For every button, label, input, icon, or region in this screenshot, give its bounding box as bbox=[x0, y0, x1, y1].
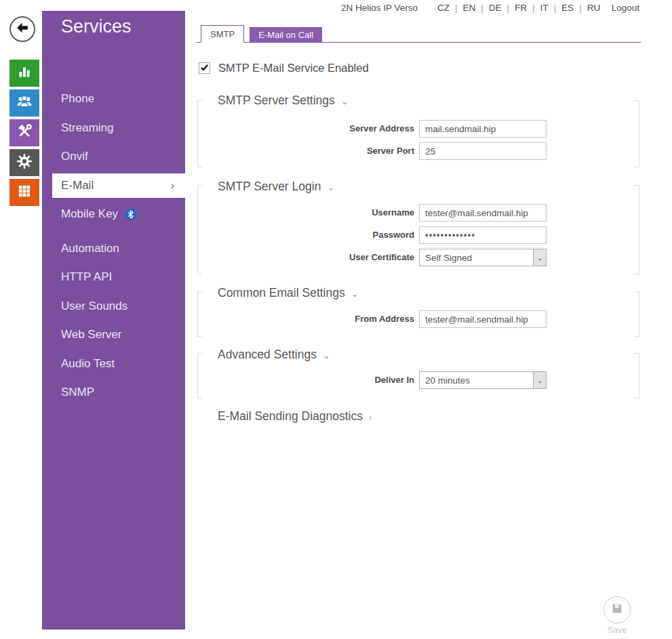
tools-icon bbox=[16, 123, 33, 143]
sidebar-item-label: Audio Test bbox=[61, 357, 115, 371]
user-certificate-label: User Certificate bbox=[197, 249, 419, 266]
sidebar-item-label: Streaming bbox=[61, 121, 113, 135]
tab-smtp[interactable]: SMTP bbox=[201, 25, 244, 43]
floppy-disk-icon bbox=[611, 602, 623, 617]
language-link-fr[interactable]: FR bbox=[515, 3, 527, 13]
password-input[interactable] bbox=[419, 226, 547, 244]
sidebar-item-http-api[interactable]: HTTP API bbox=[42, 263, 185, 292]
save-button-label: Save bbox=[601, 625, 633, 635]
section-title[interactable]: SMTP Server Settings⌄ bbox=[218, 92, 349, 110]
save-button[interactable]: Save bbox=[601, 596, 633, 635]
deliver-in-select[interactable]: 20 minutes ⌄ bbox=[419, 371, 547, 389]
section-title-text: E-Mail Sending Diagnostics bbox=[218, 409, 363, 423]
sidebar-item-label: Mobile Key bbox=[61, 207, 118, 221]
server-address-input[interactable] bbox=[419, 120, 547, 138]
username-input[interactable] bbox=[419, 204, 547, 222]
username-label: Username bbox=[197, 204, 419, 222]
chevron-right-icon: › bbox=[171, 180, 174, 192]
smtp-enabled-label: SMTP E-Mail Service Enabled bbox=[218, 62, 369, 75]
from-address-input[interactable] bbox=[419, 310, 547, 328]
bar-chart-icon bbox=[16, 64, 33, 83]
language-link-de[interactable]: DE bbox=[489, 3, 502, 13]
language-link-ru[interactable]: RU bbox=[587, 3, 601, 13]
field-row: Password bbox=[197, 226, 641, 244]
language-switcher: CZ| EN| DE| FR| IT| ES| RU bbox=[437, 3, 600, 13]
language-link-cz[interactable]: CZ bbox=[437, 3, 450, 13]
sidebar-item-label: Onvif bbox=[61, 150, 88, 163]
section-advanced-settings: Advanced Settings⌄ Deliver In 20 minutes… bbox=[197, 346, 641, 394]
smtp-enable-row: SMTP E-Mail Service Enabled bbox=[199, 62, 369, 75]
section-title[interactable]: E-Mail Sending Diagnostics› bbox=[218, 408, 372, 426]
field-row: Server Port bbox=[197, 142, 641, 160]
sidebar-item-mobile-key[interactable]: Mobile Key bbox=[42, 200, 185, 229]
services-menu: Phone Streaming Onvif E-Mail › Mobile Ke… bbox=[42, 85, 185, 407]
section-icon-rail bbox=[9, 60, 39, 206]
sidebar-item-user-sounds[interactable]: User Sounds bbox=[42, 292, 185, 321]
sidebar-item-label: E-Mail bbox=[61, 179, 94, 192]
chevron-down-icon: ⌄ bbox=[323, 350, 330, 360]
sidebar-item-label: Phone bbox=[61, 92, 94, 106]
sidebar-item-label: HTTP API bbox=[61, 270, 112, 284]
logout-link[interactable]: Logout bbox=[612, 3, 639, 13]
section-email-sending-diagnostics: E-Mail Sending Diagnostics› bbox=[197, 408, 372, 426]
sidebar-item-label: Web Server bbox=[61, 328, 121, 342]
smtp-enabled-checkbox[interactable] bbox=[199, 62, 210, 74]
services-section-button[interactable] bbox=[9, 149, 39, 176]
chevron-down-icon: ⌄ bbox=[341, 96, 349, 106]
back-button[interactable] bbox=[9, 16, 35, 42]
field-row: Username bbox=[197, 204, 641, 222]
gear-icon bbox=[16, 152, 33, 173]
dropdown-arrow-icon: ⌄ bbox=[533, 249, 546, 266]
tab-email-on-call[interactable]: E-Mail on Call bbox=[250, 27, 322, 42]
section-title-text: Advanced Settings bbox=[218, 348, 317, 361]
server-address-label: Server Address bbox=[197, 120, 419, 138]
language-separator: | bbox=[481, 3, 483, 13]
sidebar-item-web-server[interactable]: Web Server bbox=[42, 321, 185, 350]
sidebar-item-email[interactable]: E-Mail › bbox=[52, 173, 185, 198]
hardware-section-button[interactable] bbox=[9, 119, 39, 146]
sidebar-item-phone[interactable]: Phone bbox=[42, 85, 185, 114]
system-section-button[interactable] bbox=[9, 179, 39, 206]
sidebar-item-snmp[interactable]: SNMP bbox=[42, 378, 185, 407]
section-title-text: SMTP Server Settings bbox=[218, 94, 335, 107]
password-label: Password bbox=[197, 226, 419, 244]
section-title[interactable]: Advanced Settings⌄ bbox=[218, 346, 330, 364]
section-title[interactable]: Common Email Settings⌄ bbox=[218, 285, 359, 302]
field-row: From Address bbox=[197, 310, 641, 328]
language-link-en[interactable]: EN bbox=[463, 3, 476, 13]
field-row: Server Address bbox=[197, 120, 641, 138]
services-sidebar: Services Phone Streaming Onvif E-Mail › … bbox=[42, 11, 185, 630]
checkmark-icon bbox=[200, 62, 209, 75]
language-link-es[interactable]: ES bbox=[561, 3, 574, 13]
sidebar-item-streaming[interactable]: Streaming bbox=[42, 114, 185, 143]
bluetooth-icon bbox=[125, 209, 136, 220]
language-separator: | bbox=[554, 3, 557, 13]
section-title-text: Common Email Settings bbox=[218, 286, 345, 300]
language-separator: | bbox=[507, 3, 510, 13]
directory-section-button[interactable] bbox=[9, 89, 39, 117]
sidebar-item-label: User Sounds bbox=[61, 300, 127, 313]
sidebar-title: Services bbox=[42, 11, 185, 37]
sidebar-item-onvif[interactable]: Onvif bbox=[42, 142, 185, 171]
sidebar-item-automation[interactable]: Automation bbox=[42, 234, 185, 264]
sidebar-item-audio-test[interactable]: Audio Test bbox=[42, 350, 185, 379]
language-link-it[interactable]: IT bbox=[540, 3, 549, 13]
arrow-left-icon bbox=[15, 20, 30, 38]
save-button-circle bbox=[604, 596, 631, 623]
section-smtp-server-login: SMTP Server Login⌄ Username Password Use… bbox=[197, 178, 641, 271]
field-row: Deliver In 20 minutes ⌄ bbox=[197, 371, 641, 389]
deliver-in-label: Deliver In bbox=[197, 371, 419, 389]
field-row: User Certificate Self Signed ⌄ bbox=[197, 249, 641, 266]
from-address-label: From Address bbox=[197, 310, 419, 328]
server-port-input[interactable] bbox=[419, 142, 547, 160]
device-name: 2N Helios IP Verso bbox=[341, 3, 418, 13]
section-smtp-server-settings: SMTP Server Settings⌄ Server Address Ser… bbox=[197, 92, 641, 165]
status-section-button[interactable] bbox=[9, 60, 39, 87]
selected-option: 20 minutes bbox=[420, 372, 533, 388]
section-common-email-settings: Common Email Settings⌄ From Address bbox=[197, 285, 641, 333]
chevron-right-icon: › bbox=[369, 412, 372, 422]
section-title[interactable]: SMTP Server Login⌄ bbox=[218, 178, 334, 196]
section-title-text: SMTP Server Login bbox=[218, 180, 321, 193]
chevron-down-icon: ⌄ bbox=[327, 182, 334, 192]
user-certificate-select[interactable]: Self Signed ⌄ bbox=[419, 249, 547, 266]
